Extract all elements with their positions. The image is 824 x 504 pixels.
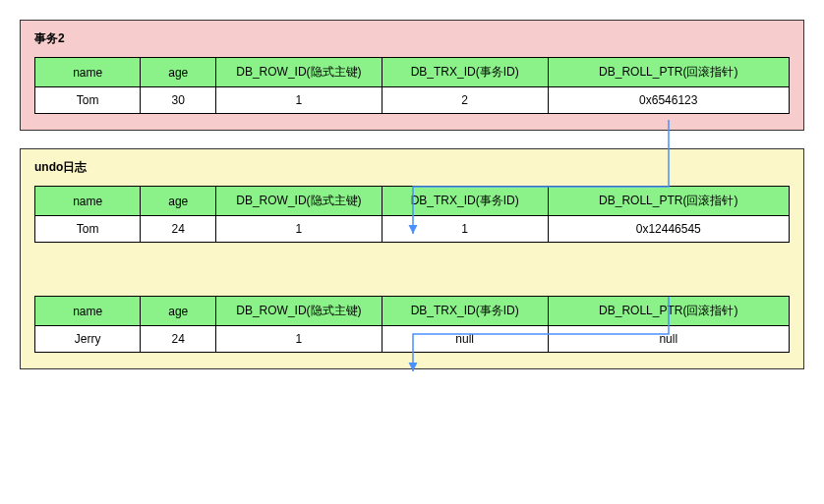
panel-undo-log: undo日志 name age DB_ROW_ID(隐式主键) DB_TRX_I… — [20, 148, 804, 369]
table-header-row: name age DB_ROW_ID(隐式主键) DB_TRX_ID(事务ID)… — [35, 297, 790, 326]
col-roll-ptr: DB_ROLL_PTR(回滚指针) — [548, 297, 789, 326]
cell-row-id: 1 — [216, 326, 383, 353]
col-roll-ptr: DB_ROLL_PTR(回滚指针) — [548, 58, 789, 87]
col-age: age — [141, 58, 216, 87]
col-row-id: DB_ROW_ID(隐式主键) — [216, 187, 383, 216]
col-age: age — [141, 297, 216, 326]
cell-row-id: 1 — [216, 216, 383, 243]
cell-roll-ptr: 0x6546123 — [548, 87, 789, 114]
cell-roll-ptr: null — [548, 326, 789, 353]
cell-name: Tom — [35, 87, 141, 114]
col-trx-id: DB_TRX_ID(事务ID) — [382, 187, 548, 216]
table-tx2: name age DB_ROW_ID(隐式主键) DB_TRX_ID(事务ID)… — [34, 57, 790, 114]
col-row-id: DB_ROW_ID(隐式主键) — [216, 58, 383, 87]
table-undo-1: name age DB_ROW_ID(隐式主键) DB_TRX_ID(事务ID)… — [34, 186, 790, 243]
table-row: Tom 24 1 1 0x12446545 — [35, 216, 790, 243]
cell-trx-id: 2 — [382, 87, 548, 114]
col-row-id: DB_ROW_ID(隐式主键) — [216, 297, 383, 326]
panel-transaction-2: 事务2 name age DB_ROW_ID(隐式主键) DB_TRX_ID(事… — [20, 20, 804, 131]
cell-name: Jerry — [35, 326, 141, 353]
cell-name: Tom — [35, 216, 141, 243]
panel-title-undo: undo日志 — [34, 159, 790, 176]
col-trx-id: DB_TRX_ID(事务ID) — [382, 297, 548, 326]
table-row: Jerry 24 1 null null — [35, 326, 790, 353]
cell-row-id: 1 — [216, 87, 383, 114]
table-header-row: name age DB_ROW_ID(隐式主键) DB_TRX_ID(事务ID)… — [35, 187, 790, 216]
panel-title-tx2: 事务2 — [34, 30, 790, 47]
cell-age: 24 — [141, 326, 216, 353]
table-undo-2: name age DB_ROW_ID(隐式主键) DB_TRX_ID(事务ID)… — [34, 296, 790, 353]
col-name: name — [35, 297, 141, 326]
col-trx-id: DB_TRX_ID(事务ID) — [382, 58, 548, 87]
cell-age: 30 — [141, 87, 216, 114]
col-name: name — [35, 58, 141, 87]
col-roll-ptr: DB_ROLL_PTR(回滚指针) — [548, 187, 789, 216]
table-row: Tom 30 1 2 0x6546123 — [35, 87, 790, 114]
col-age: age — [141, 187, 216, 216]
cell-trx-id: null — [382, 326, 548, 353]
cell-trx-id: 1 — [382, 216, 548, 243]
cell-age: 24 — [141, 216, 216, 243]
cell-roll-ptr: 0x12446545 — [548, 216, 789, 243]
table-header-row: name age DB_ROW_ID(隐式主键) DB_TRX_ID(事务ID)… — [35, 58, 790, 87]
col-name: name — [35, 187, 141, 216]
